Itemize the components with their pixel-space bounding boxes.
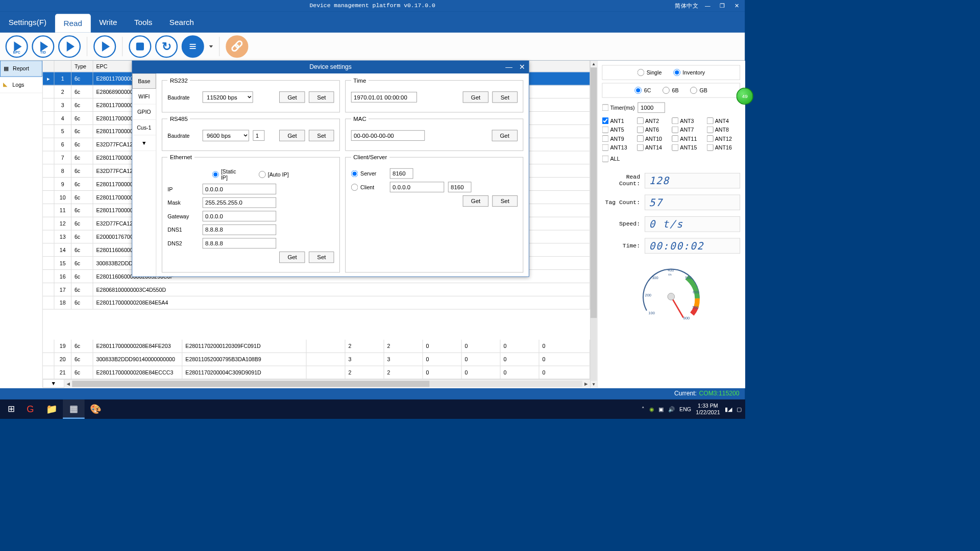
tray-chart-icon[interactable]: ▮◢: [725, 406, 732, 412]
taskbar-app-current[interactable]: ▦: [63, 399, 85, 419]
rs232-set-button[interactable]: Set: [309, 91, 334, 103]
antenna-checkbox[interactable]: ANT7: [672, 127, 705, 133]
tray-sync-icon[interactable]: ◉: [649, 406, 654, 412]
single-radio[interactable]: Single: [637, 69, 662, 76]
status-knob[interactable]: 49: [736, 88, 753, 105]
list-button[interactable]: [182, 35, 204, 58]
taskbar-app-1[interactable]: G: [19, 399, 41, 419]
table-row[interactable]: 176cE28068100000003C4D550D: [43, 283, 590, 296]
mac-get-button[interactable]: Get: [492, 130, 518, 141]
time-get-button[interactable]: Get: [463, 91, 488, 103]
dialog-tab-wifi[interactable]: WIFI: [132, 89, 156, 104]
menu-tools[interactable]: Tools: [126, 12, 161, 33]
scroll-thumb[interactable]: [72, 381, 429, 387]
antenna-checkbox[interactable]: ANT9: [602, 135, 635, 142]
6b-radio[interactable]: 6B: [663, 87, 678, 94]
close-button[interactable]: ✕: [731, 2, 742, 10]
side-tab-report[interactable]: ▦ Report: [0, 61, 42, 77]
timer-checkbox[interactable]: Timer(ms): [602, 104, 635, 111]
vscroll-thumb[interactable]: [591, 67, 597, 318]
taskbar-app-explorer[interactable]: 📁: [41, 399, 63, 419]
cs-set-button[interactable]: Set: [493, 195, 518, 207]
grid-header-num[interactable]: [54, 61, 71, 72]
table-row[interactable]: 186cE280117000000208E84E5A4: [43, 296, 590, 310]
play-eject-button[interactable]: [93, 35, 116, 58]
antenna-checkbox[interactable]: ANT1: [602, 117, 635, 124]
scroll-left-icon[interactable]: ◄: [64, 381, 72, 387]
play-button[interactable]: [58, 35, 81, 58]
scroll-up-icon[interactable]: ▲: [591, 61, 597, 68]
link-button[interactable]: [226, 35, 248, 58]
client-ip-input[interactable]: [390, 182, 444, 192]
refresh-button[interactable]: [155, 35, 178, 58]
antenna-checkbox[interactable]: ANT14: [637, 144, 670, 151]
antenna-checkbox[interactable]: ANT3: [672, 117, 705, 124]
dialog-minimize-button[interactable]: —: [502, 61, 516, 73]
tray-clock[interactable]: 1:33 PM 1/22/2021: [696, 403, 720, 416]
rs485-baud-select[interactable]: 9600 bps: [203, 130, 249, 141]
dialog-titlebar[interactable]: Device settings — ✕: [132, 61, 529, 73]
antenna-checkbox[interactable]: ANT15: [672, 144, 705, 151]
vertical-scrollbar[interactable]: ▲ ▼: [590, 61, 597, 388]
dialog-tab-cus1[interactable]: Cus-1: [132, 120, 156, 135]
cs-get-button[interactable]: Get: [463, 195, 488, 207]
inventory-radio[interactable]: Inventory: [673, 69, 705, 76]
tray-up-icon[interactable]: ˄: [642, 406, 644, 412]
dns2-input[interactable]: [203, 238, 276, 249]
rs232-baud-select[interactable]: 115200 bps: [203, 91, 253, 103]
static-ip-radio[interactable]: [Static IP]: [212, 168, 243, 181]
menu-search[interactable]: Search: [161, 12, 203, 33]
ethernet-get-button[interactable]: Get: [279, 252, 305, 263]
antenna-checkbox[interactable]: ANT16: [707, 144, 740, 151]
rs485-get-button[interactable]: Get: [279, 130, 305, 141]
antenna-checkbox[interactable]: ANT4: [707, 117, 740, 124]
client-port-input[interactable]: [448, 182, 472, 192]
tray-lang[interactable]: ENG: [679, 406, 691, 412]
timer-input[interactable]: [638, 103, 665, 113]
taskbar-app-paint[interactable]: 🎨: [85, 399, 107, 419]
antenna-checkbox[interactable]: ANT2: [637, 117, 670, 124]
rs232-get-button[interactable]: Get: [279, 91, 305, 103]
menu-read[interactable]: Read: [55, 14, 91, 32]
server-radio[interactable]: Server: [351, 170, 386, 177]
play-tid-button[interactable]: TID: [32, 35, 54, 58]
dialog-close-button[interactable]: ✕: [516, 61, 529, 73]
tray-notification-icon[interactable]: ▢: [737, 406, 742, 412]
antenna-checkbox[interactable]: ANT10: [637, 135, 670, 142]
scroll-down-icon[interactable]: ▼: [591, 381, 597, 388]
dropdown-icon[interactable]: [209, 45, 213, 48]
6c-radio[interactable]: 6C: [635, 87, 651, 94]
side-tab-logs[interactable]: ◣ Logs: [0, 77, 42, 93]
antenna-checkbox[interactable]: ANT12: [707, 135, 740, 142]
grid-header-type[interactable]: Type: [71, 61, 93, 72]
maximize-button[interactable]: ❐: [717, 2, 727, 10]
mac-input[interactable]: [351, 130, 425, 141]
table-row[interactable]: 196cE280117000000208E84FE203E28011702000…: [43, 340, 590, 353]
tray-volume-icon[interactable]: 🔊: [668, 406, 675, 412]
gb-radio[interactable]: GB: [690, 87, 707, 94]
rs485-set-button[interactable]: Set: [309, 130, 334, 141]
dialog-tab-more[interactable]: ▼: [132, 135, 156, 151]
tray-battery-icon[interactable]: ▣: [658, 406, 664, 412]
dns1-input[interactable]: [203, 224, 276, 235]
start-button[interactable]: ⊞: [3, 401, 19, 417]
gateway-input[interactable]: [203, 211, 276, 221]
antenna-checkbox[interactable]: ANT5: [602, 127, 635, 133]
play-epc-button[interactable]: EPC: [6, 35, 28, 58]
server-port-input[interactable]: [390, 168, 413, 179]
antenna-checkbox[interactable]: ANT13: [602, 144, 635, 151]
antenna-checkbox[interactable]: ANT8: [707, 127, 740, 133]
scroll-right-icon[interactable]: ►: [582, 381, 590, 387]
horizontal-scrollbar[interactable]: ◄ ►: [64, 379, 590, 388]
auto-ip-radio[interactable]: [Auto IP]: [259, 171, 290, 178]
language-switch[interactable]: 简体中文: [675, 2, 698, 9]
table-row[interactable]: 206c300833B2DDD90140000000000E2801105200…: [43, 353, 590, 366]
antenna-checkbox[interactable]: ANT11: [672, 135, 705, 142]
mask-input[interactable]: [203, 197, 276, 208]
menu-settings[interactable]: Settings(F): [0, 12, 55, 33]
minimize-button[interactable]: —: [702, 2, 713, 10]
rs485-count-input[interactable]: [253, 130, 265, 141]
expand-down-button[interactable]: ▼: [43, 379, 65, 388]
client-radio[interactable]: Client: [351, 184, 386, 191]
time-input[interactable]: [351, 92, 417, 103]
